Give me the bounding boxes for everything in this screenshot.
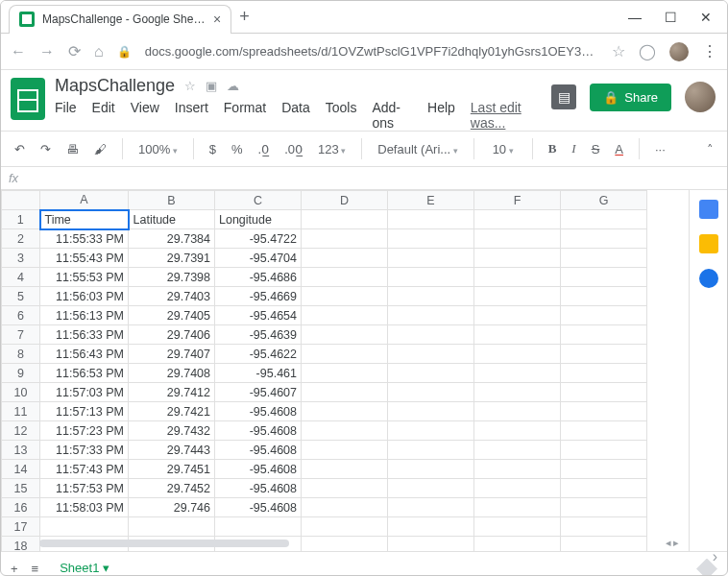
cell[interactable]: 29.7384 <box>129 229 215 249</box>
font-dropdown[interactable]: Default (Ari... <box>374 140 461 158</box>
minimize-icon[interactable]: — <box>628 10 642 25</box>
cell[interactable] <box>302 421 388 441</box>
cell[interactable] <box>129 517 215 537</box>
star-doc-icon[interactable]: ☆ <box>184 79 196 93</box>
cell[interactable] <box>302 460 388 479</box>
cell[interactable]: 29.7407 <box>129 345 215 364</box>
cell[interactable] <box>302 229 388 249</box>
row-header[interactable]: 15 <box>2 479 40 498</box>
cell[interactable]: -95.4622 <box>215 345 302 364</box>
cell[interactable] <box>474 537 561 552</box>
cell[interactable]: 11:55:43 PM <box>40 249 129 268</box>
row-header[interactable]: 16 <box>2 498 40 517</box>
move-doc-icon[interactable]: ▣ <box>206 79 217 93</box>
cell[interactable]: 29.7405 <box>129 306 215 325</box>
cell[interactable]: -95.4654 <box>215 306 302 325</box>
cell[interactable] <box>302 517 388 537</box>
cell[interactable] <box>561 479 647 498</box>
percent-button[interactable]: % <box>228 140 247 158</box>
sheet-tab-sheet1[interactable]: Sheet1 ▾ <box>52 555 117 576</box>
column-header-G[interactable]: G <box>561 191 647 210</box>
cell[interactable] <box>388 364 474 383</box>
cell[interactable]: -95.4608 <box>215 498 302 517</box>
cell[interactable] <box>40 517 129 537</box>
cell[interactable] <box>388 517 474 537</box>
cell[interactable] <box>561 441 647 460</box>
cell[interactable]: 11:57:13 PM <box>40 402 129 421</box>
row-header[interactable]: 3 <box>2 249 40 268</box>
row-header[interactable]: 8 <box>2 345 40 364</box>
cell[interactable] <box>388 229 474 249</box>
forward-icon[interactable]: → <box>39 43 55 60</box>
row-header[interactable]: 1 <box>2 210 40 229</box>
cell[interactable]: Latitude <box>129 210 215 229</box>
cell[interactable] <box>302 345 388 364</box>
column-header-E[interactable]: E <box>388 191 474 210</box>
cell[interactable] <box>474 402 561 421</box>
account-avatar-icon[interactable] <box>685 82 716 112</box>
cell[interactable] <box>474 306 561 325</box>
cell[interactable] <box>561 345 647 364</box>
row-header[interactable]: 18 <box>2 537 40 552</box>
cell[interactable] <box>474 517 561 537</box>
cell[interactable]: -95.4608 <box>215 479 302 498</box>
cell[interactable] <box>474 249 561 268</box>
collapse-toolbar-icon[interactable]: ˄ <box>703 140 717 158</box>
cell[interactable]: -95.4607 <box>215 383 302 402</box>
strikethrough-button[interactable]: S <box>588 140 604 158</box>
cell[interactable] <box>561 402 647 421</box>
column-header-A[interactable]: A <box>40 191 129 210</box>
cell[interactable]: 29.7443 <box>129 441 215 460</box>
menu-data[interactable]: Data <box>281 100 310 131</box>
cell[interactable] <box>302 306 388 325</box>
cell[interactable]: -95.4608 <box>215 421 302 441</box>
cell[interactable] <box>561 249 647 268</box>
cell[interactable] <box>561 306 647 325</box>
text-color-button[interactable]: A <box>611 140 627 158</box>
cell[interactable] <box>474 383 561 402</box>
more-toolbar-button[interactable]: ··· <box>651 140 669 158</box>
cell[interactable]: 29.7406 <box>129 325 215 345</box>
column-header-C[interactable]: C <box>215 191 302 210</box>
column-header-B[interactable]: B <box>129 191 215 210</box>
cell[interactable] <box>388 210 474 229</box>
cell[interactable]: 29.7391 <box>129 249 215 268</box>
number-format-dropdown[interactable]: 123 <box>314 140 350 158</box>
menu-format[interactable]: Format <box>224 100 266 131</box>
cell[interactable]: Time <box>40 210 129 229</box>
menu-tools[interactable]: Tools <box>326 100 357 131</box>
browser-menu-icon[interactable]: ⋮ <box>702 42 717 60</box>
cell[interactable]: -95.4704 <box>215 249 302 268</box>
row-header[interactable]: 14 <box>2 460 40 479</box>
cell[interactable]: 29.746 <box>129 498 215 517</box>
row-header[interactable]: 10 <box>2 383 40 402</box>
italic-button[interactable]: I <box>568 139 579 158</box>
cell[interactable] <box>388 287 474 306</box>
cell[interactable] <box>474 287 561 306</box>
cell[interactable] <box>302 364 388 383</box>
cell[interactable] <box>561 383 647 402</box>
cell[interactable] <box>302 441 388 460</box>
cell[interactable] <box>302 402 388 421</box>
row-header[interactable]: 2 <box>2 229 40 249</box>
row-header[interactable]: 4 <box>2 268 40 287</box>
cell[interactable] <box>302 287 388 306</box>
cell[interactable] <box>388 306 474 325</box>
row-header[interactable]: 12 <box>2 421 40 441</box>
cell[interactable] <box>561 498 647 517</box>
cell[interactable] <box>388 268 474 287</box>
spreadsheet-grid[interactable]: ABCDEFG1TimeLatitudeLongitude211:55:33 P… <box>1 190 689 551</box>
menu-add-ons[interactable]: Add-ons <box>372 100 412 131</box>
cell[interactable]: 11:55:53 PM <box>40 268 129 287</box>
cell[interactable] <box>474 210 561 229</box>
cell[interactable] <box>302 210 388 229</box>
new-tab-button[interactable]: + <box>239 7 250 27</box>
currency-button[interactable]: $ <box>206 140 220 158</box>
cell[interactable] <box>561 287 647 306</box>
cell[interactable] <box>474 441 561 460</box>
lock-icon[interactable]: 🔒 <box>117 45 132 59</box>
cell[interactable] <box>561 537 647 552</box>
cell[interactable]: 11:57:03 PM <box>40 383 129 402</box>
column-header-F[interactable]: F <box>474 191 561 210</box>
row-header[interactable]: 13 <box>2 441 40 460</box>
